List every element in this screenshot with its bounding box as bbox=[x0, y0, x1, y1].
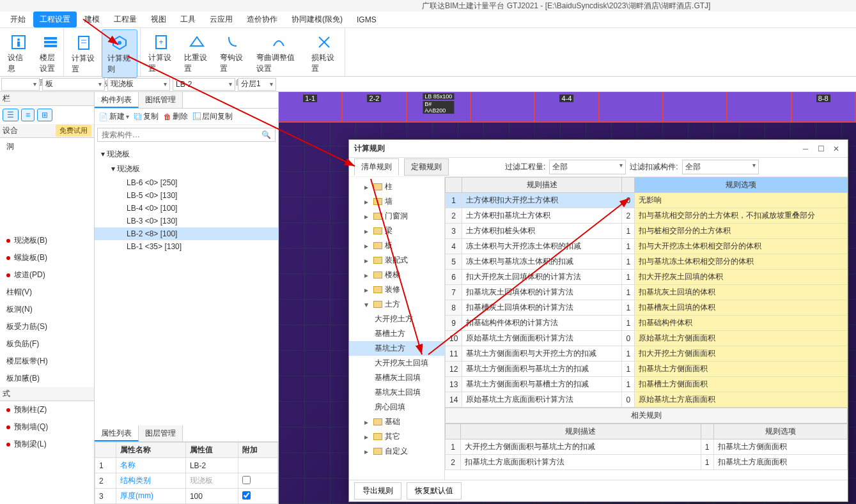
nav-item[interactable]: 预制墙(Q) bbox=[0, 418, 94, 436]
btn-layer-copy[interactable]: ⿺层间复制 bbox=[193, 111, 233, 122]
category-item[interactable]: ▸装配式 bbox=[349, 253, 444, 268]
category-item[interactable]: ▾土方 bbox=[349, 297, 444, 312]
nav-item[interactable]: 楼层板带(H) bbox=[0, 353, 94, 370]
table-row[interactable]: 1大开挖土方侧面面积与基坑土方的扣减1扣基坑土方侧面面积 bbox=[446, 439, 848, 455]
category-item[interactable]: 基槽灰土回填 bbox=[349, 370, 444, 385]
btn-calc-settings[interactable]: 计算设置 bbox=[66, 29, 102, 78]
table-row[interactable]: 4冻土体积与大开挖冻土体积的扣减1扣与大开挖冻土体积相交部分的体积 bbox=[446, 239, 848, 254]
search-icon[interactable]: 🔍 bbox=[261, 130, 271, 139]
btn-weight[interactable]: 比重设置 bbox=[179, 29, 215, 77]
nav-item[interactable]: 洞 bbox=[0, 138, 94, 155]
table-row[interactable]: 2土方体积扣基坑土方体积2扣与基坑相交部分的土方体积，不扣减放坡重叠部分 bbox=[446, 208, 848, 224]
tree-item[interactable]: LB-1 <35> [130] bbox=[95, 240, 278, 253]
btn-calc-rules[interactable]: 计算规则 bbox=[102, 29, 138, 78]
table-row[interactable]: 13基坑土方侧面面积与基槽土方的扣减1扣基槽土方侧面面积 bbox=[446, 377, 848, 392]
category-item[interactable]: 大开挖土方 bbox=[349, 312, 444, 326]
tab-quantity[interactable]: 工程量 bbox=[107, 11, 143, 27]
filter-2[interactable]: 板▾ bbox=[42, 78, 105, 91]
nav-item[interactable]: 板负筋(F) bbox=[0, 335, 94, 353]
trial-badge[interactable]: 免费试用 bbox=[56, 125, 91, 137]
tab-modeling[interactable]: 建模 bbox=[78, 11, 106, 27]
prop-check[interactable] bbox=[242, 491, 251, 500]
category-item[interactable]: ▸楼梯 bbox=[349, 268, 444, 282]
tab-collab[interactable]: 协同建模(限免) bbox=[285, 11, 349, 27]
table-row[interactable]: 1名称LB-2 bbox=[95, 458, 278, 473]
btn-hook[interactable]: 弯钩设置 bbox=[215, 29, 251, 77]
category-item[interactable]: 房心回填 bbox=[349, 400, 444, 415]
tab-layers[interactable]: 图层管理 bbox=[139, 425, 183, 441]
tab-project-settings[interactable]: 工程设置 bbox=[33, 11, 77, 27]
category-item[interactable]: ▸其它 bbox=[349, 429, 444, 444]
minimize-icon[interactable]: ─ bbox=[799, 143, 812, 155]
nav-item[interactable]: 预制柱(Z) bbox=[0, 401, 94, 418]
filter-1[interactable]: ▾ bbox=[1, 78, 40, 91]
btn-export-rules[interactable]: 导出规则 bbox=[354, 482, 401, 500]
col-option[interactable]: 规则选项 bbox=[635, 178, 848, 193]
tab-properties[interactable]: 属性列表 bbox=[95, 425, 139, 441]
table-row[interactable]: 10原始基坑土方侧面面积计算方法0原始基坑土方侧面面积 bbox=[446, 331, 848, 346]
prop-check[interactable] bbox=[242, 476, 251, 484]
col-option[interactable]: 规则选项 bbox=[713, 424, 847, 439]
tab-cost[interactable]: 造价协作 bbox=[240, 11, 284, 27]
tree-item-selected[interactable]: LB-2 <8> [100] bbox=[95, 227, 278, 240]
btn-floor-settings[interactable]: 楼层设置 bbox=[35, 29, 66, 77]
dialog-titlebar[interactable]: 计算规则 ─ ☐ ✕ bbox=[349, 140, 848, 158]
tree-item[interactable]: LB-3 <0> [130] bbox=[95, 215, 278, 227]
filter-3[interactable]: 现浇板▾ bbox=[107, 78, 170, 91]
table-row[interactable]: 14原始基坑土方底面面积计算方法0原始基坑土方底面面积 bbox=[446, 392, 848, 408]
table-row[interactable]: 2扣基坑土方底面面积计算方法1扣基坑土方底面面积 bbox=[446, 455, 848, 470]
btn-loss[interactable]: 损耗设置 bbox=[306, 29, 342, 77]
col-desc[interactable]: 规则描述 bbox=[462, 178, 622, 193]
table-row[interactable]: 5冻土体积与基坑冻土体积的扣减1扣与基坑冻土体积相交部分的体积 bbox=[446, 254, 848, 270]
close-icon[interactable]: ✕ bbox=[830, 143, 843, 155]
maximize-icon[interactable]: ☐ bbox=[814, 143, 827, 155]
nav-item[interactable]: 板受力筋(S) bbox=[0, 318, 94, 335]
nav-item[interactable]: 坡道(PD) bbox=[0, 266, 94, 284]
tab-component-list[interactable]: 构件列表 bbox=[95, 92, 139, 108]
tab-start[interactable]: 开始 bbox=[4, 11, 32, 27]
filter-4[interactable]: LB-2▾ bbox=[173, 78, 235, 91]
category-item[interactable]: ▸自定义 bbox=[349, 444, 444, 459]
view-grid-icon[interactable]: ⊞ bbox=[37, 109, 52, 121]
table-row[interactable]: 1土方体积扣大开挖土方体积0无影响 bbox=[446, 193, 848, 208]
tab-view[interactable]: 视图 bbox=[144, 11, 173, 27]
view-tree-icon[interactable]: ≡ bbox=[21, 109, 35, 121]
view-list-icon[interactable]: ☰ bbox=[3, 109, 19, 121]
tab-cloud[interactable]: 云应用 bbox=[203, 11, 239, 27]
nav-item[interactable]: 板加腋(B) bbox=[0, 370, 94, 387]
nav-item-slab[interactable]: 现浇板(B) bbox=[0, 232, 94, 249]
table-row[interactable]: 3厚度(mm)100 bbox=[95, 489, 278, 504]
category-item[interactable]: ▸梁 bbox=[349, 224, 444, 238]
search-input[interactable] bbox=[102, 130, 261, 139]
tree-item[interactable]: LB-5 <0> [130] bbox=[95, 189, 278, 202]
btn-rebar-calc[interactable]: +计算设置 bbox=[143, 29, 179, 77]
category-item[interactable]: 基坑灰土回填 bbox=[349, 385, 444, 400]
category-item[interactable]: ▸装修 bbox=[349, 282, 444, 297]
category-item[interactable]: ▸门窗洞 bbox=[349, 209, 444, 224]
tree-root[interactable]: ▾ 现浇板 bbox=[95, 147, 278, 162]
btn-restore-default[interactable]: 恢复默认值 bbox=[407, 482, 462, 500]
tree-item[interactable]: LB-6 <0> [250] bbox=[95, 176, 278, 189]
table-row[interactable]: 7扣基坑灰土回填体积的计算方法1扣基坑灰土回填的体积 bbox=[446, 285, 848, 300]
table-row[interactable]: 6扣大开挖灰土回填体积的计算方法1扣大开挖灰土回填的体积 bbox=[446, 270, 848, 285]
tab-quota-rules[interactable]: 定额规则 bbox=[404, 158, 449, 176]
table-row[interactable]: 8扣基槽灰土回填体积的计算方法1扣基槽灰土回填的体积 bbox=[446, 300, 848, 316]
tree-item[interactable]: LB-4 <0> [100] bbox=[95, 202, 278, 215]
table-row[interactable]: 11基坑土方侧面面积与大开挖土方的扣减1扣大开挖土方侧面面积 bbox=[446, 346, 848, 362]
filter1-select[interactable]: 全部▾ bbox=[549, 160, 626, 174]
tree-sub[interactable]: ▾ 现浇板 bbox=[95, 162, 278, 176]
category-item[interactable]: 大开挖灰土回填 bbox=[349, 356, 444, 370]
nav-item[interactable]: 预制梁(L) bbox=[0, 436, 94, 453]
btn-new[interactable]: 📄新建▾ bbox=[98, 111, 129, 122]
category-item[interactable]: ▸板 bbox=[349, 238, 444, 253]
nav-item[interactable]: 板洞(N) bbox=[0, 301, 94, 318]
nav-item[interactable]: 柱帽(V) bbox=[0, 284, 94, 301]
search-box[interactable]: 🔍 bbox=[97, 128, 276, 142]
col-desc[interactable]: 规则描述 bbox=[461, 424, 701, 439]
table-row[interactable]: 3土方体积扣桩头体积1扣与桩相交部分的土方体积 bbox=[446, 224, 848, 239]
tab-list-rules[interactable]: 清单规则 bbox=[354, 158, 399, 176]
btn-delete[interactable]: 🗑删除 bbox=[164, 111, 188, 122]
tab-drawing-mgmt[interactable]: 图纸管理 bbox=[139, 92, 183, 108]
category-item[interactable]: 基槽土方 bbox=[349, 326, 444, 341]
nav-item[interactable]: 螺旋板(B) bbox=[0, 249, 94, 266]
